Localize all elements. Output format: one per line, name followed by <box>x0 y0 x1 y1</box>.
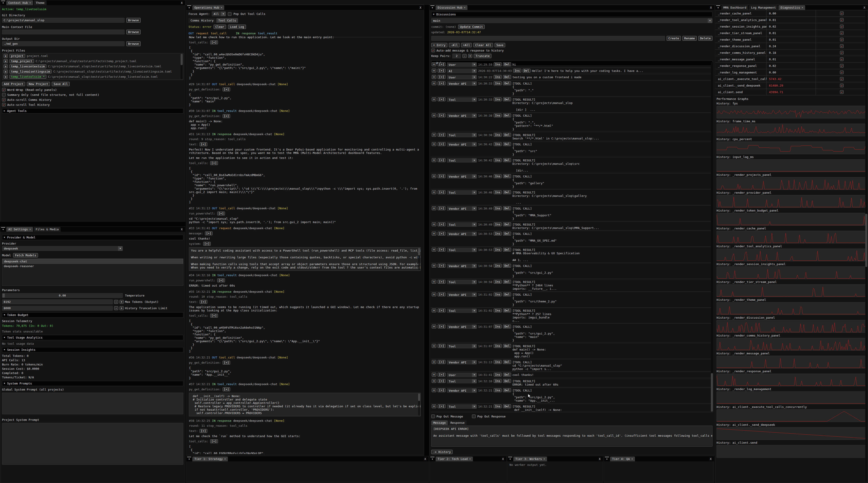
close-icon[interactable]: X <box>179 1 185 5</box>
entry-role-select[interactable]: User▼ <box>447 62 477 67</box>
entry-role-select[interactable]: Tool▼ <box>447 404 477 409</box>
diagnostic-checkbox[interactable]: ✓ <box>840 31 844 35</box>
message-error-box[interactable]: [DEEPSEEK API ERROR] An assistant messag… <box>431 426 712 447</box>
checkbox[interactable]: ✓Auto-scroll Comms History <box>2 98 183 101</box>
entry-del-button[interactable]: Del <box>503 344 511 348</box>
entry-ins-button[interactable]: Ins <box>494 133 502 137</box>
entry-role-select[interactable]: Tool▼ <box>447 280 477 284</box>
collapse-icon[interactable]: ▼ <box>187 457 191 461</box>
entry-del-button[interactable]: Del <box>503 133 511 137</box>
tab-tier[interactable]: Tier 3: Workers× <box>513 456 547 461</box>
close-icon[interactable]: × <box>221 6 222 9</box>
entry-add-button[interactable]: + <box>432 222 436 226</box>
remove-file-button[interactable]: x <box>4 59 8 63</box>
entry-del-button[interactable]: Del <box>503 309 511 312</box>
entry-expand-button[interactable]: [+] <box>438 264 445 268</box>
discussion-select[interactable]: main ▼ <box>431 18 712 23</box>
entry-ins-button[interactable]: Ins <box>494 325 502 328</box>
close-icon[interactable]: × <box>29 228 31 231</box>
remove-file-button[interactable]: x <box>4 70 8 73</box>
collapse-icon[interactable]: ▼ <box>605 457 609 461</box>
entry-role-select[interactable]: Vendor API▼ <box>447 388 477 393</box>
file-chip[interactable]: project <box>9 54 25 58</box>
output-browse-button[interactable]: Browse <box>126 41 141 46</box>
entry-del-button[interactable]: Del <box>503 388 511 392</box>
delete-button[interactable]: Delete <box>698 36 712 41</box>
close-icon[interactable]: X <box>708 5 714 10</box>
provider-model-header[interactable]: ▼ Provider & Model <box>2 235 183 240</box>
checkbox-box[interactable]: ✓ <box>2 88 6 92</box>
diagnostic-checkbox[interactable]: ✓ <box>840 57 844 61</box>
entry-ins-button[interactable]: Ins <box>494 62 502 66</box>
expand-button[interactable]: [+] <box>210 314 218 318</box>
entry-del-button[interactable]: Del <box>503 248 511 252</box>
entry-ins-button[interactable]: Ins <box>494 379 502 383</box>
checkbox[interactable]: ✓Auto-scroll Tool History <box>2 103 183 106</box>
close-icon[interactable]: × <box>469 457 471 461</box>
close-icon[interactable]: × <box>544 457 545 461</box>
token-budget-header[interactable]: ▼ Token Budget <box>2 312 183 318</box>
history-truncation-input[interactable]: 8000 <box>2 306 113 311</box>
to-history-button[interactable]: -> History <box>431 450 453 454</box>
entry-expand-button[interactable]: [+] <box>438 280 445 284</box>
entry-add-button[interactable]: + <box>432 97 436 101</box>
entry-button[interactable]: + Entry <box>431 43 447 47</box>
load-log-button[interactable]: Load Log <box>228 25 246 29</box>
close-icon[interactable]: × <box>802 6 803 9</box>
update-commit-button[interactable]: Update Commit <box>458 25 485 29</box>
close-icon[interactable]: X <box>597 457 602 461</box>
entry-expand-button[interactable]: [+] <box>438 344 445 348</box>
entry-role-select[interactable]: Tool▼ <box>447 309 477 313</box>
project-button[interactable]: New Project <box>27 82 50 86</box>
entry-role-select[interactable]: Tool▼ <box>447 158 477 162</box>
entry-role-select[interactable]: Vendor API▼ <box>447 360 477 364</box>
project-button[interactable]: Save All <box>52 82 70 86</box>
git-browse-button[interactable]: Browse <box>126 18 141 23</box>
entry-add-button[interactable]: + <box>432 69 436 72</box>
checkbox[interactable]: ✓Word-Wrap (Read-only panels) <box>2 88 183 92</box>
entry-ins-button[interactable]: Ins <box>494 309 502 312</box>
diagnostic-checkbox[interactable]: ✓ <box>840 38 844 41</box>
entry-role-select[interactable]: Vendor API▼ <box>447 264 477 268</box>
diagnostic-checkbox[interactable]: ✓ <box>840 64 844 68</box>
expand-button[interactable]: [+] <box>205 231 213 235</box>
diagnostic-checkbox[interactable]: ✓ <box>840 90 844 94</box>
entry-role-select[interactable]: AI▼ <box>447 69 477 73</box>
entry-expand-button[interactable]: [+] <box>438 404 445 408</box>
tab-diagnostics[interactable]: Diagnostics× <box>778 5 805 10</box>
popout-response-checkbox[interactable]: Pop Out Response <box>472 415 505 418</box>
entry-role-select[interactable]: Tool▼ <box>447 97 477 102</box>
scrollbar[interactable] <box>418 393 420 416</box>
entry-role-select[interactable]: User▼ <box>447 75 477 79</box>
entry-del-button[interactable]: Del <box>503 292 511 296</box>
close-icon[interactable]: × <box>224 457 226 461</box>
diagnostic-checkbox[interactable]: ✓ <box>840 18 844 22</box>
tab-tier[interactable]: Tier 1: Strategy× <box>192 456 228 461</box>
entry-del-button[interactable]: Del <box>503 325 511 328</box>
log-code-box[interactable]: You are a helpful coding assistant with … <box>189 247 421 271</box>
checkbox[interactable]: Summary Only (send file structure, not f… <box>2 93 183 97</box>
truncate-button[interactable]: Truncate <box>474 54 492 58</box>
entry-role-select[interactable]: Vendor API▼ <box>447 82 477 86</box>
entry-del-button[interactable]: Del <box>503 379 511 383</box>
close-icon[interactable]: × <box>29 1 31 4</box>
tab-theme[interactable]: Theme <box>34 0 46 5</box>
expand-button[interactable]: [+] <box>199 142 207 146</box>
entry-add-button[interactable]: + <box>432 292 436 296</box>
checkbox-box[interactable]: ✓ <box>431 49 435 52</box>
session-insights-header[interactable]: ▼ Session Insights <box>2 347 183 352</box>
log-code-box[interactable]: def __init__(self) -> None: # Initialize… <box>189 393 421 416</box>
close-icon[interactable]: X <box>862 5 867 10</box>
scrollbar[interactable] <box>711 62 713 412</box>
entry-role-select[interactable]: Tool▼ <box>447 379 477 383</box>
entry-add-button[interactable]: + <box>432 190 436 194</box>
temperature-slider[interactable]: 0.00 <box>2 293 123 298</box>
expand-button[interactable]: [+] <box>210 161 218 165</box>
minus-button[interactable]: - <box>463 54 467 58</box>
entry-add-button[interactable]: + <box>432 280 436 284</box>
file-chip[interactable]: temp_project <box>9 59 34 63</box>
entry-del-button[interactable]: Del <box>503 280 511 284</box>
minus-button[interactable]: - <box>114 306 118 310</box>
entry-expand-button[interactable]: [+] <box>438 62 445 66</box>
entry-ins-button[interactable]: Ins <box>494 97 502 101</box>
